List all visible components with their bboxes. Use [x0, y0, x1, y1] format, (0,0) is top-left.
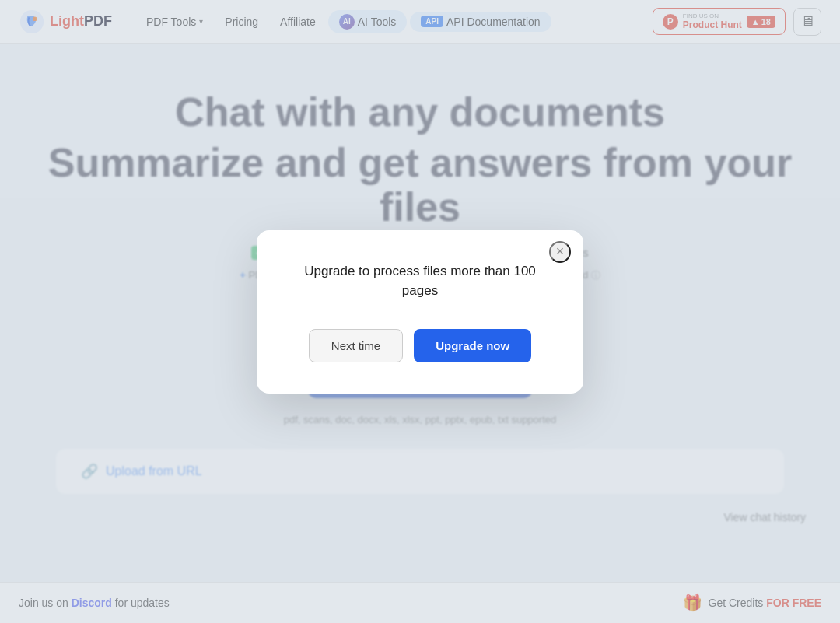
- next-time-button[interactable]: Next time: [309, 329, 403, 362]
- upgrade-now-button[interactable]: Upgrade now: [414, 329, 531, 362]
- modal-close-button[interactable]: ×: [549, 241, 571, 263]
- modal-actions: Next time Upgrade now: [294, 329, 546, 362]
- modal-message: Upgrade to process files more than 100 p…: [294, 261, 546, 301]
- close-icon: ×: [556, 243, 565, 260]
- upgrade-modal: × Upgrade to process files more than 100…: [257, 230, 583, 394]
- modal-overlay: × Upgrade to process files more than 100…: [0, 0, 840, 623]
